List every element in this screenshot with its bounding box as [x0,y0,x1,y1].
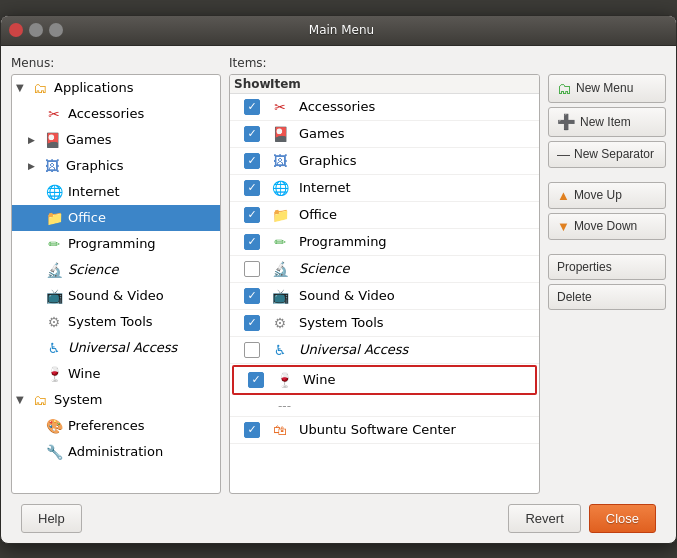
cb-accessories[interactable] [244,99,260,115]
tree-item-graphics[interactable]: ▶ 🖼 Graphics [12,153,220,179]
icon-soundvideo: 📺 [44,286,64,306]
items-row-internet[interactable]: 🌐 Internet [230,175,539,202]
tree-item-office[interactable]: 📁 Office [12,205,220,231]
icon-administration: 🔧 [44,442,64,462]
items-row-universalaccess[interactable]: ♿ Universal Access [230,337,539,364]
new-separator-icon: — [557,147,570,162]
items-row-ubuntu[interactable]: 🛍 Ubuntu Software Center [230,417,539,444]
cb-office[interactable] [244,207,260,223]
tree-item-preferences[interactable]: 🎨 Preferences [12,413,220,439]
cb-graphics[interactable] [244,153,260,169]
tree-item-system[interactable]: ▼ 🗂 System [12,387,220,413]
items-label: Items: [229,56,540,70]
tree-item-games[interactable]: ▶ 🎴 Games [12,127,220,153]
menus-panel: Menus: ▼ 🗂 Applications ✂️ Accessories [11,56,221,494]
items-header: Show Item [230,75,539,94]
row-label-games: Games [299,126,344,141]
move-down-button[interactable]: ▼ Move Down [548,213,666,240]
icon-office: 📁 [44,208,64,228]
row-label-ubuntu: Ubuntu Software Center [299,422,456,437]
close-window-button[interactable] [9,23,23,37]
items-row-programming[interactable]: ✏️ Programming [230,229,539,256]
row-icon-internet: 🌐 [270,178,290,198]
cb-universalaccess[interactable] [244,342,260,358]
new-menu-button[interactable]: 🗂 New Menu [548,74,666,103]
row-icon-soundvideo: 📺 [270,286,290,306]
label-administration: Administration [68,444,163,459]
delete-button[interactable]: Delete [548,284,666,310]
label-preferences: Preferences [68,418,144,433]
tree-item-accessories[interactable]: ✂️ Accessories [12,101,220,127]
cb-soundvideo[interactable] [244,288,260,304]
separator-text: --- [270,399,291,413]
label-programming: Programming [68,236,156,251]
cb-games[interactable] [244,126,260,142]
row-icon-science: 🔬 [270,259,290,279]
col-show-label: Show [234,77,270,91]
new-item-button[interactable]: ➕ New Item [548,107,666,137]
bottom-bar: Help Revert Close [11,494,666,543]
items-row-office[interactable]: 📁 Office [230,202,539,229]
label-systemtools: System Tools [68,314,153,329]
tree-item-programming[interactable]: ✏️ Programming [12,231,220,257]
tree-item-wine[interactable]: 🍷 Wine [12,361,220,387]
items-row-soundvideo[interactable]: 📺 Sound & Video [230,283,539,310]
items-row-games[interactable]: 🎴 Games [230,121,539,148]
icon-wine: 🍷 [44,364,64,384]
items-row-science[interactable]: 🔬 Science [230,256,539,283]
move-up-button[interactable]: ▲ Move Up [548,182,666,209]
icon-internet: 🌐 [44,182,64,202]
close-button[interactable]: Close [589,504,656,533]
row-label-wine: Wine [303,372,335,387]
tree-item-applications[interactable]: ▼ 🗂 Applications [12,75,220,101]
items-row-separator[interactable]: --- [230,396,539,417]
tree-item-administration[interactable]: 🔧 Administration [12,439,220,465]
tree-item-systemtools[interactable]: ⚙️ System Tools [12,309,220,335]
items-list[interactable]: Show Item ✂️ Accessories [229,74,540,494]
bottom-right-buttons: Revert Close [508,504,656,533]
cb-internet[interactable] [244,180,260,196]
row-icon-accessories: ✂️ [270,97,290,117]
row-icon-programming: ✏️ [270,232,290,252]
icon-preferences: 🎨 [44,416,64,436]
row-label-internet: Internet [299,180,351,195]
delete-label: Delete [557,290,592,304]
row-label-graphics: Graphics [299,153,356,168]
new-separator-button[interactable]: — New Separator [548,141,666,168]
menus-tree[interactable]: ▼ 🗂 Applications ✂️ Accessories ▶ 🎴 Game… [11,74,221,494]
tree-item-internet[interactable]: 🌐 Internet [12,179,220,205]
properties-button[interactable]: Properties [548,254,666,280]
row-icon-universalaccess: ♿ [270,340,290,360]
row-label-office: Office [299,207,337,222]
items-row-graphics[interactable]: 🖼 Graphics [230,148,539,175]
items-row-wine[interactable]: 🍷 Wine [232,365,537,395]
maximize-button[interactable] [49,23,63,37]
revert-button[interactable]: Revert [508,504,580,533]
cb-wine[interactable] [248,372,264,388]
properties-label: Properties [557,260,612,274]
label-graphics: Graphics [66,158,123,173]
arrow-games: ▶ [28,135,42,145]
help-button[interactable]: Help [21,504,82,533]
icon-universalaccess: ♿ [44,338,64,358]
tree-item-science[interactable]: 🔬 Science [12,257,220,283]
label-applications: Applications [54,80,133,95]
items-row-systemtools[interactable]: ⚙️ System Tools [230,310,539,337]
items-row-accessories[interactable]: ✂️ Accessories [230,94,539,121]
new-separator-label: New Separator [574,147,654,161]
tree-item-soundvideo[interactable]: 📺 Sound & Video [12,283,220,309]
col-item-label: Item [270,77,535,91]
cb-science[interactable] [244,261,260,277]
label-internet: Internet [68,184,120,199]
icon-games: 🎴 [42,130,62,150]
cb-programming[interactable] [244,234,260,250]
row-icon-ubuntu: 🛍 [270,420,290,440]
label-games: Games [66,132,111,147]
cb-ubuntu[interactable] [244,422,260,438]
row-icon-wine: 🍷 [274,370,294,390]
row-icon-office: 📁 [270,205,290,225]
cb-systemtools[interactable] [244,315,260,331]
icon-graphics: 🖼 [42,156,62,176]
minimize-button[interactable] [29,23,43,37]
tree-item-universalaccess[interactable]: ♿ Universal Access [12,335,220,361]
